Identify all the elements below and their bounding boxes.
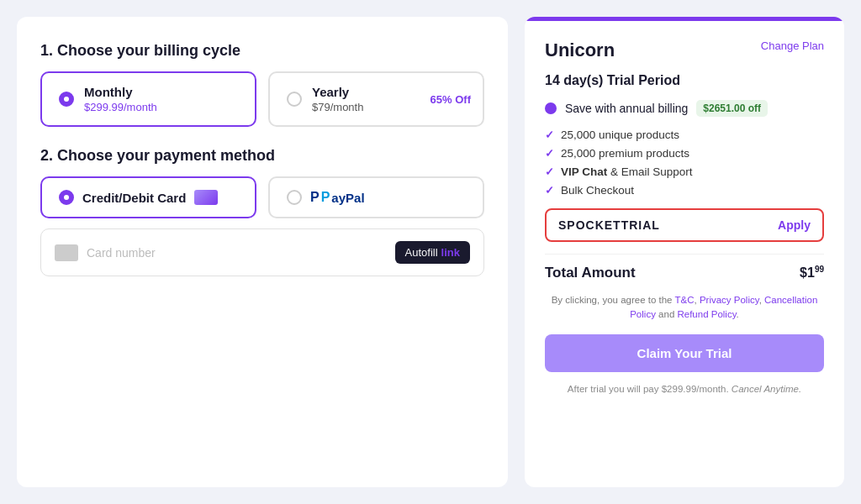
feature-item-4: ✓ Bulk Checkout — [545, 184, 824, 197]
billing-section-title: 1. Choose your billing cycle — [40, 42, 484, 60]
annual-billing-text: Save with annual billing — [565, 102, 688, 115]
total-label: Total Amount — [545, 265, 636, 281]
yearly-label: Yearly — [312, 85, 363, 99]
feature-item-2: ✓ 25,000 premium products — [545, 147, 824, 160]
feature-text-1: 25,000 unique products — [561, 129, 679, 141]
purple-dot-icon — [545, 102, 557, 114]
yearly-label-group: Yearly $79/month — [312, 85, 363, 113]
right-panel: Unicorn Change Plan 14 day(s) Trial Peri… — [525, 17, 844, 487]
card-input-left: Card number — [55, 244, 156, 261]
autofill-link[interactable]: link — [441, 246, 460, 259]
promo-row: SPOCKETTRIAL Apply — [545, 208, 824, 242]
check-icon-1: ✓ — [545, 129, 554, 141]
terms-tc-link[interactable]: T&C — [675, 295, 695, 305]
terms-text-5: . — [737, 309, 739, 319]
card-number-placeholder: Card number — [87, 246, 156, 260]
card-input-wrapper: Card number Autofill link — [40, 228, 484, 276]
right-panel-content: Unicorn Change Plan 14 day(s) Trial Peri… — [525, 21, 844, 487]
feature-item-1: ✓ 25,000 unique products — [545, 129, 824, 141]
yearly-radio[interactable] — [287, 92, 302, 107]
card-icon — [194, 190, 218, 205]
discount-badge: 65% Off — [430, 93, 471, 106]
credit-card-radio[interactable] — [59, 190, 74, 205]
privacy-policy-link[interactable]: Privacy Policy — [700, 295, 759, 305]
billing-section: 1. Choose your billing cycle Monthly $29… — [40, 42, 484, 127]
feature-item-3: ✓ VIP Chat & Email Support — [545, 165, 824, 178]
apply-button[interactable]: Apply — [778, 218, 811, 232]
page-wrapper: 1. Choose your billing cycle Monthly $29… — [0, 0, 861, 504]
payment-section: 2. Choose your payment method Credit/Deb… — [40, 147, 484, 276]
terms-text-1: By clicking, you agree to the — [552, 295, 675, 305]
paypal-icon-p: P — [310, 190, 320, 205]
after-trial-static: After trial you will pay $299.99/month. — [568, 384, 732, 394]
change-plan-link[interactable]: Change Plan — [761, 39, 824, 52]
yearly-price: $79/month — [312, 101, 363, 113]
terms-text-4: and — [656, 309, 678, 319]
feature-text-4: Bulk Checkout — [561, 184, 634, 197]
autofill-text: Autofill — [405, 246, 438, 259]
paypal-radio[interactable] — [287, 190, 302, 205]
total-cents: 99 — [815, 265, 824, 274]
savings-badge: $2651.00 off — [696, 100, 768, 117]
autofill-button[interactable]: Autofill link — [395, 241, 470, 264]
check-icon-2: ✓ — [545, 147, 554, 160]
promo-code-text: SPOCKETTRIAL — [558, 218, 660, 232]
monthly-option[interactable]: Monthly $299.99/month — [40, 71, 256, 127]
paypal-option[interactable]: PP ayPal — [268, 176, 484, 218]
paypal-icon-p2: P — [321, 190, 330, 205]
total-dollar: $1 — [800, 266, 815, 281]
plan-name: Unicorn — [545, 39, 615, 61]
credit-card-label: Credit/Debit Card — [82, 191, 186, 205]
check-icon-4: ✓ — [545, 184, 554, 197]
credit-card-option[interactable]: Credit/Debit Card — [40, 176, 256, 218]
card-chip-icon — [55, 244, 78, 261]
claim-trial-button[interactable]: Claim Your Trial — [545, 334, 824, 372]
monthly-radio[interactable] — [59, 92, 74, 107]
payment-options: Credit/Debit Card PP ayPal — [40, 176, 484, 218]
monthly-price: $299.99/month — [84, 101, 157, 113]
left-panel: 1. Choose your billing cycle Monthly $29… — [17, 17, 508, 487]
monthly-label-group: Monthly $299.99/month — [84, 85, 157, 113]
payment-section-title: 2. Choose your payment method — [40, 147, 484, 165]
check-icon-3: ✓ — [545, 165, 554, 178]
paypal-text: ayPal — [331, 191, 364, 205]
total-row: Total Amount $199 — [545, 254, 824, 281]
trial-period: 14 day(s) Trial Period — [545, 73, 824, 88]
paypal-logo: PP ayPal — [310, 190, 365, 205]
total-amount: $199 — [800, 265, 824, 281]
annual-billing-row: Save with annual billing $2651.00 off — [545, 100, 824, 117]
feature-vip-bold: VIP Chat — [561, 165, 607, 178]
yearly-option[interactable]: Yearly $79/month 65% Off — [268, 71, 484, 127]
monthly-label: Monthly — [84, 85, 157, 99]
refund-policy-link[interactable]: Refund Policy — [677, 309, 736, 319]
feature-text-3: VIP Chat & Email Support — [561, 165, 693, 178]
terms-text: By clicking, you agree to the T&C, Priva… — [545, 293, 824, 323]
after-trial-text: After trial you will pay $299.99/month. … — [545, 384, 824, 394]
feature-text-2: 25,000 premium products — [561, 147, 689, 160]
billing-options: Monthly $299.99/month Yearly $79/month 6… — [40, 71, 484, 127]
cancel-anytime-text: Cancel Anytime. — [732, 384, 801, 394]
plan-header: Unicorn Change Plan — [545, 39, 824, 61]
features-list: ✓ 25,000 unique products ✓ 25,000 premiu… — [545, 129, 824, 197]
